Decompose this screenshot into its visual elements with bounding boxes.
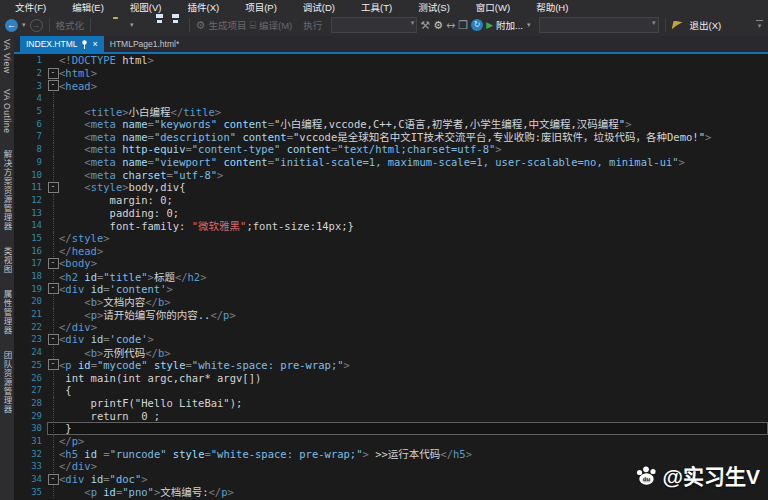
fold-guide-line [53, 143, 54, 156]
fold-collapse-icon[interactable]: - [48, 258, 59, 269]
code-text: <p id="mycode" style="white-space: pre-w… [59, 359, 768, 371]
line-number: 1 [14, 55, 47, 65]
code-text: <html> [59, 67, 768, 79]
sidebar-item-va-view[interactable]: VA View [2, 39, 12, 73]
configuration-combobox[interactable] [331, 17, 417, 33]
fold-collapse-icon[interactable]: - [48, 80, 59, 91]
attach-play-icon[interactable]: ▶ [486, 20, 493, 30]
attach-button[interactable]: 附加... [496, 18, 523, 32]
fold-collapse-icon[interactable]: - [48, 334, 59, 345]
line-number: 5 [14, 106, 47, 116]
sidebar-item-class-view[interactable]: 类视图 [1, 247, 13, 274]
code-text: <p>请开始编写你的内容..</p> [59, 307, 768, 322]
add-item-icon[interactable] [138, 19, 151, 32]
code-line-2: 2-<html> [14, 67, 768, 80]
code-text: padding: 0; [59, 207, 768, 219]
new-file-icon[interactable] [97, 19, 110, 32]
fold-guide-line [53, 447, 54, 460]
code-text: <head> [59, 80, 768, 92]
format-button[interactable]: 格式化 [56, 18, 85, 32]
open-dropdown-icon[interactable]: ▾ [130, 21, 134, 29]
sidebar-item-team-explorer[interactable]: 团队资源管理器 [1, 351, 13, 414]
code-line-25: 25-<p id="mycode" style="white-space: pr… [14, 359, 768, 372]
menu-bar: 文件(F)编辑(E)视图(V)插件(X)项目(P)调试(D)工具(T)测试(S)… [0, 0, 768, 14]
sidebar-item-property-manager[interactable]: 属性管理器 [1, 290, 13, 335]
navigate-forward-icon[interactable]: → [30, 19, 43, 32]
ruler-icon[interactable]: ↔ [446, 19, 455, 32]
toolbar-separator [665, 18, 666, 32]
sidebar-item-va-outline[interactable]: VA Outline [2, 89, 12, 134]
navigate-back-dropdown-icon[interactable]: ▾ [22, 21, 26, 29]
menu-item-help[interactable]: 帮助(H) [523, 0, 581, 14]
fold-guide-line [53, 435, 54, 448]
tab-index-html[interactable]: INDEX.HTML × [20, 36, 104, 52]
menu-item-plugins[interactable]: 插件(X) [174, 0, 232, 14]
compile-icon: ⌸ [249, 19, 256, 32]
close-icon[interactable]: × [92, 39, 97, 49]
code-text: <h2 id="title">标题</h2> [59, 269, 768, 284]
pin-icon[interactable] [81, 40, 88, 49]
code-line-27: 27 { [14, 384, 768, 397]
compile-button[interactable]: 编译(M) [259, 18, 292, 32]
code-text: <meta name="viewport" content="initial-s… [59, 156, 768, 168]
fold-guide-line [53, 346, 54, 359]
code-text: margin: 0; [59, 194, 768, 206]
menu-item-debug[interactable]: 调试(D) [290, 0, 348, 14]
tab-htmlpage1[interactable]: HTMLPage1.html* [104, 36, 185, 52]
navigate-back-icon[interactable]: ← [5, 19, 18, 32]
fold-collapse-icon[interactable]: - [48, 283, 59, 294]
menu-item-test[interactable]: 测试(S) [405, 0, 463, 14]
fold-guide-line [53, 168, 54, 181]
code-line-16: 16</head> [14, 244, 768, 257]
line-number: 17 [14, 258, 47, 268]
build-project-button[interactable]: 生成项目 [208, 18, 246, 32]
code-text: <div id='code'> [59, 333, 768, 345]
line-number: 13 [14, 208, 47, 218]
code-text: <meta http-equiv="content-type" content=… [59, 143, 768, 155]
split-columns-icon[interactable]: ❒ [458, 19, 468, 32]
fold-collapse-icon[interactable]: - [48, 474, 59, 485]
line-number: 25 [14, 360, 47, 370]
menu-item-tools[interactable]: 工具(T) [348, 0, 405, 14]
code-text: </style> [59, 232, 768, 244]
code-line-9: 9 <meta name="viewport" content="initial… [14, 156, 768, 169]
line-number: 22 [14, 322, 47, 332]
code-text: </p> [59, 435, 768, 447]
line-number: 27 [14, 385, 47, 395]
fold-collapse-icon[interactable]: - [48, 68, 59, 79]
menu-item-project[interactable]: 项目(P) [232, 0, 290, 14]
refresh-icon[interactable]: ↻ [471, 19, 483, 31]
exit-button[interactable]: 退出(X) [690, 18, 722, 32]
menu-item-view[interactable]: 视图(V) [117, 0, 175, 14]
save-all-icon[interactable] [170, 19, 183, 32]
line-number: 23 [14, 334, 47, 344]
settings-gear-icon[interactable]: ⚙ [433, 19, 443, 32]
sidebar-item-solution-explorer[interactable]: 解决方案资源管理器 [1, 150, 13, 231]
open-folder-icon[interactable] [113, 19, 126, 32]
code-line-11: 11- <style>body,div{ [14, 181, 768, 194]
code-text: <!DOCTYPE html> [59, 54, 768, 66]
wrench-icon[interactable]: ⚒ [420, 19, 430, 32]
fold-collapse-icon[interactable]: - [48, 182, 59, 193]
feedback-icon[interactable] [672, 21, 683, 30]
line-number: 16 [14, 246, 47, 256]
menu-item-file[interactable]: 文件(F) [2, 0, 59, 14]
code-line-21: 21 <p>请开始编写你的内容..</p> [14, 308, 768, 321]
search-combobox[interactable] [539, 17, 659, 33]
code-line-18: 18<h2 id="title">标题</h2> [14, 270, 768, 283]
toolbar-separator [49, 18, 50, 32]
fold-guide-line [53, 105, 54, 118]
menu-item-window[interactable]: 窗口(W) [463, 0, 523, 14]
line-number: 3 [14, 81, 47, 91]
menu-item-edit[interactable]: 编辑(E) [59, 0, 117, 14]
code-line-32: 32<h5 id ="runcode" style="white-space: … [14, 447, 768, 460]
toolbar-overflow-icon[interactable]: ▾ [756, 20, 763, 30]
fold-collapse-icon[interactable]: - [48, 359, 59, 370]
docked-panels-sidebar: VA ViewVA Outline解决方案资源管理器类视图属性管理器团队资源管理… [0, 36, 14, 500]
svg-text:du: du [642, 476, 650, 482]
attach-dropdown-icon[interactable]: ▾ [527, 21, 531, 29]
code-editor[interactable]: 1<!DOCTYPE html>2-<html>3-<head>45 <titl… [14, 54, 768, 500]
run-button[interactable]: 执行 [303, 18, 322, 32]
save-icon[interactable] [154, 19, 167, 32]
baidu-paw-icon: du [635, 463, 659, 487]
